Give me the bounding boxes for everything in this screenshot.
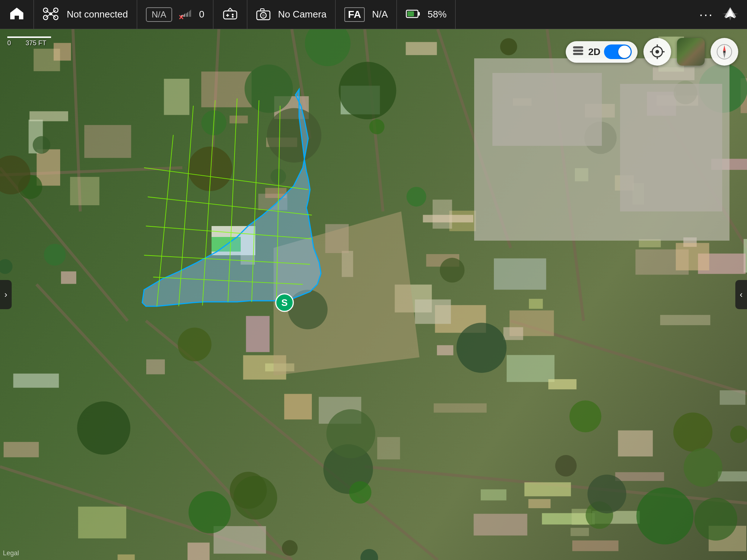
satellite-thumbnail[interactable] bbox=[677, 38, 705, 66]
svg-point-43 bbox=[655, 50, 659, 54]
fa-icon: FA bbox=[344, 7, 365, 22]
remote-section bbox=[213, 0, 247, 29]
signal-section: N/A 0 bbox=[137, 0, 213, 29]
signal-value: 0 bbox=[199, 9, 204, 20]
chevron-left-icon: ‹ bbox=[740, 289, 743, 300]
svg-rect-39 bbox=[573, 46, 583, 48]
svg-point-51 bbox=[723, 51, 725, 53]
svg-point-14 bbox=[232, 13, 234, 15]
svg-rect-11 bbox=[224, 11, 237, 19]
camera-icon bbox=[256, 7, 271, 22]
signal-badge: N/A bbox=[146, 7, 172, 22]
top-bar: Not connected N/A 0 bbox=[0, 0, 747, 29]
drone-icon bbox=[43, 7, 59, 22]
flight-mode-icon[interactable] bbox=[722, 6, 738, 23]
svg-point-20 bbox=[262, 14, 265, 17]
svg-rect-24 bbox=[407, 11, 414, 16]
battery-section: 58% bbox=[397, 0, 456, 29]
remote-icon bbox=[222, 7, 238, 22]
compass-button[interactable] bbox=[711, 38, 738, 66]
home-section[interactable] bbox=[0, 0, 34, 29]
svg-point-8 bbox=[49, 12, 52, 15]
2d-label: 2D bbox=[588, 46, 600, 58]
scale-line bbox=[7, 36, 51, 38]
toggle-track[interactable] bbox=[604, 44, 632, 59]
camera-section: No Camera bbox=[247, 0, 336, 29]
map-area[interactable]: S 0 375 FT 2D bbox=[0, 29, 747, 560]
toggle-thumb bbox=[618, 46, 631, 58]
fa-label: N/A bbox=[372, 9, 388, 20]
battery-icon bbox=[406, 7, 420, 22]
legal-text: Legal bbox=[3, 549, 19, 557]
svg-rect-23 bbox=[418, 12, 420, 16]
battery-label: 58% bbox=[427, 9, 446, 20]
signal-icon bbox=[179, 7, 192, 22]
chevron-right-icon: › bbox=[4, 289, 7, 300]
svg-rect-41 bbox=[573, 53, 583, 55]
drone-connection-section: Not connected bbox=[34, 0, 137, 29]
svg-point-15 bbox=[232, 16, 234, 18]
camera-label: No Camera bbox=[278, 9, 326, 20]
map-background: S bbox=[0, 29, 747, 560]
more-icon[interactable]: ··· bbox=[699, 7, 713, 22]
map-controls: 2D bbox=[566, 38, 738, 66]
locate-button[interactable] bbox=[643, 38, 671, 66]
home-icon[interactable] bbox=[9, 5, 25, 23]
right-panel-toggle[interactable]: ‹ bbox=[735, 280, 747, 309]
2d-toggle[interactable]: 2D bbox=[566, 41, 638, 63]
scale-text: 0 375 FT bbox=[7, 39, 51, 47]
connection-status: Not connected bbox=[67, 9, 128, 20]
fa-section: FA N/A bbox=[336, 0, 397, 29]
layers-icon bbox=[572, 44, 585, 60]
actions-section: ··· bbox=[690, 0, 747, 29]
scale-bar: 0 375 FT bbox=[7, 36, 51, 47]
svg-rect-40 bbox=[573, 50, 583, 52]
left-panel-toggle[interactable]: › bbox=[0, 280, 12, 309]
svg-rect-21 bbox=[260, 9, 264, 11]
